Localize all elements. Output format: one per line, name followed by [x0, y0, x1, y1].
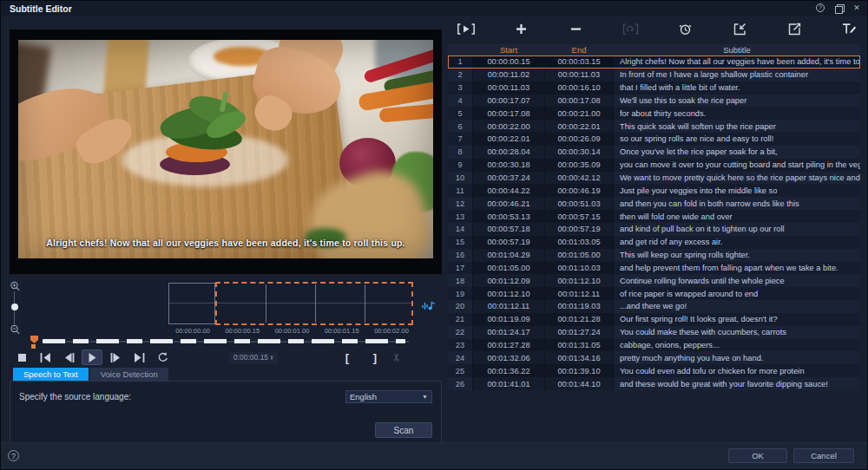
table-row[interactable]: 10 00:00:37.24 00:00:42.12 We want to mo… [448, 172, 860, 185]
restore-window-button[interactable] [833, 3, 844, 13]
zoom-in-icon[interactable] [10, 281, 21, 292]
row-number: 5 [448, 107, 472, 120]
tab-speech-to-text[interactable]: Speech to Text [13, 368, 89, 381]
table-row[interactable]: 19 00:01:12.10 00:01:12.11 of rice paper… [448, 287, 860, 300]
table-row[interactable]: 5 00:00:17.08 00:00:21.00 for about thir… [448, 107, 860, 120]
row-subtitle-text: pretty much anything you have on hand. [614, 351, 860, 364]
row-end-time: 00:00:57.15 [545, 210, 613, 223]
zoom-out-icon[interactable] [10, 324, 21, 336]
zoom-slider-handle[interactable] [11, 304, 18, 310]
subtitle-table: Start End Subtitle 1 00:00:00.15 00:00:0… [448, 44, 860, 390]
play-icon [89, 353, 96, 362]
timeline-selection[interactable] [215, 282, 413, 325]
split-button[interactable]: ✂ [391, 353, 403, 362]
table-row[interactable]: 25 00:01:36.22 00:01:39.10 You could eve… [448, 364, 860, 377]
table-row[interactable]: 18 00:01:12.09 00:01:12.10 Continue roll… [448, 274, 860, 287]
restore-icon [835, 4, 843, 12]
mark-in-button[interactable]: [ [340, 351, 354, 364]
table-row[interactable]: 14 00:00:57.18 00:00:57.19 and kind of p… [448, 223, 860, 236]
table-row[interactable]: 13 00:00:53.13 00:00:57.15 then will fol… [448, 210, 860, 223]
table-row[interactable]: 4 00:00:17.07 00:00:17.08 We'll use this… [448, 95, 860, 108]
scan-button[interactable]: Scan [375, 422, 432, 438]
text-options-icon [842, 23, 857, 35]
timeline-track[interactable]: 00:00:00.0000:00:00.1500:00:01.0000:00:0… [22, 280, 414, 336]
close-window-button[interactable]: ✕ [852, 3, 862, 13]
vignette [18, 40, 433, 258]
table-row[interactable]: 24 00:01:32.06 00:01:34.16 pretty much a… [448, 351, 860, 364]
table-row[interactable]: 6 00:00:22.00 00:00:22.01 This quick soa… [448, 120, 860, 133]
row-end-time: 00:01:12.11 [545, 287, 613, 300]
tab-voice-detection[interactable]: Voice Detection [90, 368, 168, 381]
export-icon [788, 23, 801, 36]
go-to-end-button[interactable] [128, 349, 149, 365]
row-number: 14 [448, 223, 472, 236]
table-row[interactable]: 8 00:00:28.04 00:00:30.14 Once you've le… [448, 146, 860, 159]
repeat-icon [157, 352, 168, 362]
table-row[interactable]: 22 00:01:24.17 00:01:27.24 You could mak… [448, 326, 860, 339]
table-row[interactable]: 20 00:01:12.11 00:01:19.03 ...and there … [448, 300, 860, 313]
delete-subtitle-button[interactable] [564, 20, 587, 37]
text-options-button[interactable] [838, 20, 860, 37]
minus-icon [570, 23, 582, 35]
row-end-time: 00:01:39.10 [545, 364, 613, 377]
scrub-bar[interactable] [22, 337, 414, 348]
row-number: 10 [448, 172, 472, 185]
timecode-spinner[interactable]: ▲▼ [270, 355, 273, 360]
mark-out-button[interactable]: ] [368, 351, 382, 364]
row-subtitle-text: Once you've let the rice paper soak for … [614, 146, 860, 159]
table-row[interactable]: 21 00:01:19.09 00:01:21.28 Our first spr… [448, 313, 860, 326]
help-window-button[interactable]: ? [815, 3, 825, 13]
table-row[interactable]: 17 00:01:05.00 00:01:10.03 and help prev… [448, 262, 860, 275]
plus-icon [516, 23, 527, 35]
window-title: Subtitle Editor [10, 3, 72, 14]
row-start-time: 00:01:12.09 [473, 274, 544, 287]
play-selected-subtitle-button[interactable] [455, 20, 477, 37]
row-end-time: 00:01:05.00 [545, 249, 613, 262]
next-frame-button[interactable] [105, 349, 126, 365]
row-start-time: 00:00:28.04 [473, 146, 544, 159]
row-subtitle-text: and kind of pull back on it to tighten u… [614, 223, 860, 236]
timeline-zoom-control [9, 281, 21, 333]
row-number: 22 [448, 326, 472, 339]
table-row[interactable]: 3 00:00:11.03 00:00:16.10 that I filled … [448, 82, 860, 95]
waveform-icon[interactable] [421, 298, 437, 312]
table-row[interactable]: 2 00:00:11.02 00:00:11.03 In front of me… [448, 69, 860, 82]
go-to-start-button[interactable] [35, 349, 56, 365]
row-start-time: 00:00:22.00 [473, 120, 544, 133]
table-row[interactable]: 12 00:00:46.21 00:00:51.03 and then you … [448, 197, 860, 210]
adjust-time-button[interactable] [674, 20, 696, 37]
frame-separator [266, 284, 266, 323]
cancel-button[interactable]: Cancel [793, 448, 854, 463]
table-row[interactable]: 11 00:00:44.22 00:00:46.19 Just pile you… [448, 184, 860, 197]
export-subtitle-button[interactable] [783, 20, 806, 37]
timeline-frame[interactable] [168, 283, 215, 324]
merge-subtitles-button[interactable] [619, 20, 641, 37]
table-row[interactable]: 9 00:00:30.18 00:00:35.09 you can move i… [448, 159, 860, 172]
table-row[interactable]: 23 00:01:27.28 00:01:31.05 cabbage, onio… [448, 339, 860, 352]
timeline-tick-label: 00:00:01.15 [318, 327, 366, 335]
table-row[interactable]: 16 00:01:04.29 00:01:05.00 This will kee… [448, 249, 860, 262]
add-subtitle-button[interactable] [510, 20, 532, 37]
table-row[interactable]: 7 00:00:22.01 00:00:26.09 so our spring … [448, 133, 860, 146]
row-start-time: 00:00:11.03 [473, 82, 544, 95]
repeat-button[interactable] [152, 349, 173, 365]
title-bar: Subtitle Editor ? ✕ [1, 1, 867, 16]
language-selected-value: English [350, 392, 377, 401]
import-subtitle-button[interactable] [728, 20, 751, 37]
table-row[interactable]: 1 00:00:00.15 00:00:03.15 Alright chefs!… [448, 55, 860, 69]
row-number: 25 [448, 364, 472, 377]
language-dropdown[interactable]: English ▼ [345, 390, 432, 403]
table-row[interactable]: 26 00:01:41.01 00:01:44.10 and these wou… [448, 377, 860, 390]
row-end-time: 00:00:16.10 [545, 82, 613, 95]
row-end-time: 00:01:19.03 [545, 300, 613, 313]
stop-button[interactable] [11, 349, 32, 365]
play-button[interactable] [82, 349, 102, 365]
previous-frame-icon [63, 353, 75, 362]
help-button[interactable]: ? [8, 450, 19, 461]
ok-button[interactable]: OK [728, 448, 787, 463]
playhead-marker[interactable] [30, 336, 38, 343]
previous-frame-button[interactable] [58, 349, 79, 365]
table-row[interactable]: 15 00:00:57.19 00:01:03.05 and get rid o… [448, 236, 860, 249]
timecode-field[interactable]: 0:00:00.15 ▲▼ [229, 352, 278, 363]
row-number: 23 [448, 339, 472, 352]
